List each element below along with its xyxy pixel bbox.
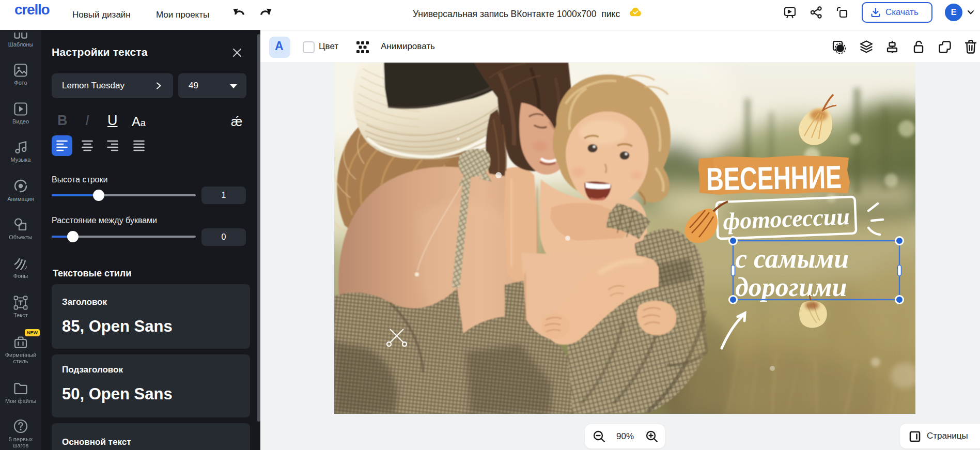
- svg-text:фотосессии: фотосессии: [722, 203, 850, 235]
- svg-text:дорогими: дорогими: [735, 272, 847, 302]
- svg-text:с самыми: с самыми: [735, 244, 849, 273]
- svg-text:ВЕСЕННИЕ: ВЕСЕННИЕ: [706, 159, 842, 197]
